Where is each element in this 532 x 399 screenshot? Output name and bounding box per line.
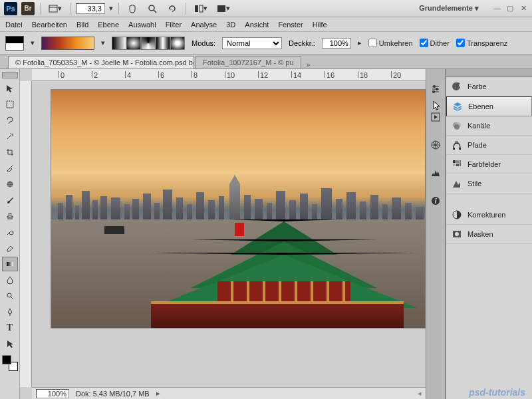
panel-farbe[interactable]: Farbe bbox=[446, 77, 532, 96]
gradient-linear-button[interactable] bbox=[112, 37, 126, 50]
menu-hilfe[interactable]: Hilfe bbox=[313, 21, 327, 29]
marquee-tool[interactable] bbox=[2, 97, 18, 112]
opacity-label: Deckkr.: bbox=[289, 39, 315, 47]
transparency-checkbox[interactable]: Transparenz bbox=[456, 39, 507, 47]
svg-rect-37 bbox=[460, 160, 461, 166]
gradient-radial-button[interactable] bbox=[126, 37, 141, 50]
panel-stile[interactable]: Stile bbox=[446, 174, 532, 194]
tool-preset-picker[interactable] bbox=[5, 36, 24, 51]
brush-tool[interactable] bbox=[2, 193, 18, 207]
path-select-tool[interactable] bbox=[2, 336, 18, 351]
svg-line-13 bbox=[11, 297, 13, 299]
menu-3d[interactable]: 3D bbox=[226, 21, 235, 29]
healing-tool[interactable] bbox=[2, 177, 18, 192]
move-tool[interactable] bbox=[2, 81, 18, 96]
tab-overflow-icon[interactable]: » bbox=[307, 61, 311, 68]
gradient-reflected-button[interactable] bbox=[156, 37, 170, 50]
panel-pfade[interactable]: Pfade bbox=[446, 136, 532, 155]
histogram-icon[interactable] bbox=[429, 166, 442, 180]
panel-ebenen[interactable]: Ebenen bbox=[446, 96, 532, 116]
view-extras-button[interactable]: ▾ bbox=[46, 3, 65, 14]
minimize-button[interactable]: — bbox=[492, 4, 501, 13]
adjustments-icon[interactable] bbox=[429, 82, 442, 96]
status-zoom-field[interactable]: 100% bbox=[36, 389, 69, 398]
menu-auswahl[interactable]: Auswahl bbox=[128, 21, 156, 29]
lasso-tool[interactable] bbox=[2, 113, 18, 128]
blend-mode-select[interactable]: Normal bbox=[222, 37, 282, 49]
panel-korrekturen[interactable]: Korrekturen bbox=[446, 205, 532, 225]
canvas-area: 02468101214161820 bbox=[20, 69, 426, 399]
panel-grab-bar[interactable] bbox=[446, 69, 532, 77]
document-tabs: © Fotolia_7050353_M - © Joelle M - Fotol… bbox=[0, 55, 532, 69]
pen-tool[interactable] bbox=[2, 305, 18, 319]
wand-tool[interactable] bbox=[2, 129, 18, 144]
panel-masken[interactable]: Masken bbox=[446, 225, 532, 244]
gradient-type-group bbox=[112, 37, 185, 50]
eyedropper-tool[interactable] bbox=[2, 161, 18, 176]
svg-rect-11 bbox=[7, 262, 13, 266]
blur-tool[interactable] bbox=[2, 273, 18, 287]
tools-grab-icon[interactable] bbox=[2, 72, 18, 78]
opacity-input[interactable]: 100% bbox=[322, 38, 351, 49]
gradient-tool[interactable] bbox=[2, 257, 18, 271]
eraser-tool[interactable] bbox=[2, 241, 18, 255]
dither-checkbox[interactable]: Dither bbox=[420, 39, 450, 47]
panel-kanaele[interactable]: Kanäle bbox=[446, 116, 532, 136]
play-icon[interactable] bbox=[429, 110, 442, 124]
menu-datei[interactable]: Datei bbox=[5, 21, 23, 29]
document-tab-inactive[interactable]: Fotolia_10072167_M - © pu bbox=[196, 56, 301, 68]
dodge-tool[interactable] bbox=[2, 289, 18, 303]
swatches-icon bbox=[452, 159, 462, 170]
status-doc-size: Dok: 5,43 MB/10,7 MB bbox=[76, 390, 150, 398]
watermark-text: psd-tutorials bbox=[469, 387, 525, 398]
zoom-field[interactable]: 33,3 bbox=[76, 3, 105, 14]
document-tab-active[interactable]: © Fotolia_7050353_M - © Joelle M - Fotol… bbox=[8, 56, 194, 68]
menu-bild[interactable]: Bild bbox=[76, 21, 88, 29]
window-controls: — ▢ ✕ bbox=[492, 4, 528, 13]
menu-filter[interactable]: Filter bbox=[166, 21, 182, 29]
arrange-docs-button[interactable]: ▾ bbox=[192, 3, 210, 14]
menu-bar: Datei Bearbeiten Bild Ebene Auswahl Filt… bbox=[0, 17, 532, 32]
svg-point-17 bbox=[433, 85, 436, 88]
close-button[interactable]: ✕ bbox=[519, 4, 528, 13]
ruler-vertical[interactable] bbox=[20, 81, 32, 387]
color-swatches[interactable] bbox=[2, 355, 18, 371]
status-bar: 100% Dok: 5,43 MB/10,7 MB ▸ ◂ bbox=[32, 387, 426, 399]
tools-panel: T bbox=[0, 69, 20, 399]
type-tool[interactable]: T bbox=[2, 321, 18, 335]
bridge-logo-icon[interactable]: Br bbox=[21, 2, 35, 15]
svg-rect-31 bbox=[459, 148, 461, 150]
options-bar: ▾ ▾ Modus: Normal Deckkr.: 100%▸ Umkehre… bbox=[0, 32, 532, 55]
svg-point-26 bbox=[457, 88, 458, 89]
adjust-icon bbox=[452, 209, 462, 220]
menu-analyse[interactable]: Analyse bbox=[191, 21, 217, 29]
screen-mode-button[interactable]: ▾ bbox=[214, 3, 233, 14]
menu-fenster[interactable]: Fenster bbox=[278, 21, 303, 29]
document-image[interactable] bbox=[51, 89, 426, 329]
workspace: T 02468101214161820 bbox=[0, 69, 532, 399]
menu-bearbeiten[interactable]: Bearbeiten bbox=[32, 21, 67, 29]
history-brush-tool[interactable] bbox=[2, 225, 18, 239]
palette-icon bbox=[452, 81, 462, 92]
rotate-view-icon[interactable] bbox=[164, 2, 180, 15]
svg-rect-35 bbox=[453, 164, 456, 166]
canvas-viewport[interactable] bbox=[32, 81, 426, 387]
workspace-switcher[interactable]: Grundelemente ▾ bbox=[415, 3, 483, 14]
info-icon[interactable]: i bbox=[429, 194, 442, 207]
maximize-button[interactable]: ▢ bbox=[505, 4, 515, 13]
panel-farbfelder[interactable]: Farbfelder bbox=[446, 155, 532, 174]
stamp-tool[interactable] bbox=[2, 209, 18, 223]
navigator-icon[interactable] bbox=[429, 138, 442, 152]
hand-tool-icon[interactable] bbox=[124, 2, 140, 15]
svg-rect-36 bbox=[456, 164, 459, 166]
zoom-tool-icon[interactable] bbox=[144, 2, 160, 15]
panels-dock: Farbe Ebenen Kanäle Pfade Farbfelder Sti… bbox=[446, 69, 532, 399]
gradient-angle-button[interactable] bbox=[141, 37, 156, 50]
crop-tool[interactable] bbox=[2, 145, 18, 160]
menu-ansicht[interactable]: Ansicht bbox=[245, 21, 269, 29]
ruler-horizontal[interactable]: 02468101214161820 bbox=[32, 69, 426, 81]
menu-ebene[interactable]: Ebene bbox=[98, 21, 119, 29]
reverse-checkbox[interactable]: Umkehren bbox=[368, 39, 413, 47]
gradient-picker[interactable] bbox=[41, 37, 94, 50]
gradient-diamond-button[interactable] bbox=[170, 37, 185, 50]
